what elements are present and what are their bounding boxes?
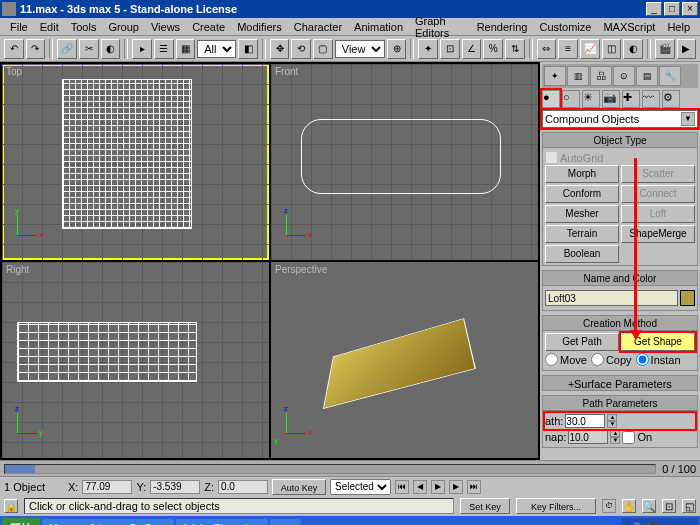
viewport-front[interactable]: Front xz bbox=[271, 64, 538, 260]
time-config-button[interactable]: ⏱ bbox=[602, 499, 616, 513]
unlink-button[interactable]: ✂ bbox=[79, 39, 99, 59]
loft-button[interactable]: Loft bbox=[621, 205, 695, 223]
schematic-view-button[interactable]: ◫ bbox=[602, 39, 622, 59]
menu-rendering[interactable]: Rendering bbox=[471, 21, 534, 33]
menu-character[interactable]: Character bbox=[288, 21, 348, 33]
menu-help[interactable]: Help bbox=[661, 21, 696, 33]
move-button[interactable]: ✥ bbox=[270, 39, 290, 59]
goto-start-button[interactable]: ⏮ bbox=[395, 480, 409, 494]
maximize-viewport-icon[interactable]: ◱ bbox=[682, 499, 696, 513]
menu-graph-editors[interactable]: Graph Editors bbox=[409, 15, 471, 39]
link-button[interactable]: 🔗 bbox=[57, 39, 77, 59]
zoom-icon[interactable]: 🔍 bbox=[642, 499, 656, 513]
ref-coord-dropdown[interactable]: View bbox=[335, 40, 385, 58]
connect-button[interactable]: Connect bbox=[621, 185, 695, 203]
conform-button[interactable]: Conform bbox=[545, 185, 619, 203]
auto-key-button[interactable]: Auto Key bbox=[272, 479, 326, 495]
menu-group[interactable]: Group bbox=[102, 21, 145, 33]
redo-button[interactable]: ↷ bbox=[26, 39, 46, 59]
menu-maxscript[interactable]: MAXScript bbox=[597, 21, 661, 33]
menu-modifiers[interactable]: Modifiers bbox=[231, 21, 288, 33]
time-slider-marker[interactable] bbox=[5, 465, 35, 473]
morph-button[interactable]: Morph bbox=[545, 165, 619, 183]
terrain-button[interactable]: Terrain bbox=[545, 225, 619, 243]
object-color-swatch[interactable] bbox=[680, 290, 695, 306]
systems-icon[interactable]: ⚙ bbox=[662, 90, 680, 108]
snap-toggle-button[interactable]: ⊡ bbox=[440, 39, 460, 59]
on-checkbox[interactable] bbox=[622, 431, 635, 444]
mirror-button[interactable]: ⇔ bbox=[537, 39, 557, 59]
select-by-name-button[interactable]: ☰ bbox=[154, 39, 174, 59]
snap-value-input[interactable] bbox=[568, 430, 608, 444]
geometry-icon[interactable]: ● bbox=[542, 90, 560, 108]
render-scene-button[interactable]: 🎬 bbox=[655, 39, 675, 59]
viewport-right[interactable]: Right yz bbox=[2, 262, 269, 458]
z-coord-input[interactable] bbox=[218, 480, 268, 494]
selection-region-button[interactable]: ▦ bbox=[176, 39, 196, 59]
object-type-rollout-title[interactable]: Object Type bbox=[542, 132, 698, 148]
helpers-icon[interactable]: ✚ bbox=[622, 90, 640, 108]
menu-edit[interactable]: Edit bbox=[34, 21, 65, 33]
pan-view-icon[interactable]: ✋ bbox=[622, 499, 636, 513]
key-filters-button[interactable]: Key Filters... bbox=[516, 498, 596, 514]
percent-snap-button[interactable]: % bbox=[483, 39, 503, 59]
taskbar-item[interactable]: 11.max - 3ds max 5 - Sta... bbox=[42, 519, 174, 526]
undo-button[interactable]: ↶ bbox=[4, 39, 24, 59]
select-button[interactable]: ▸ bbox=[132, 39, 152, 59]
start-button[interactable]: 开始 bbox=[2, 518, 40, 526]
motion-tab-icon[interactable]: ⊙ bbox=[613, 66, 635, 86]
move-radio[interactable] bbox=[545, 353, 558, 366]
viewport-perspective[interactable]: Perspective xzy bbox=[271, 262, 538, 458]
shapemerge-button[interactable]: ShapeMerge bbox=[621, 225, 695, 243]
material-editor-button[interactable]: ◐ bbox=[623, 39, 643, 59]
curve-editor-button[interactable]: 📈 bbox=[580, 39, 600, 59]
play-button[interactable]: ▶ bbox=[431, 480, 445, 494]
instance-radio[interactable] bbox=[636, 353, 649, 366]
display-tab-icon[interactable]: ▤ bbox=[636, 66, 658, 86]
goto-end-button[interactable]: ⏭ bbox=[467, 480, 481, 494]
modify-tab-icon[interactable]: ▥ bbox=[567, 66, 589, 86]
prev-frame-button[interactable]: ◀ bbox=[413, 480, 427, 494]
boolean-button[interactable]: Boolean bbox=[545, 245, 619, 263]
path-params-rollout-title[interactable]: Path Parameters bbox=[542, 395, 698, 411]
menu-animation[interactable]: Animation bbox=[348, 21, 409, 33]
crossing-selection-button[interactable]: ◧ bbox=[238, 39, 258, 59]
name-color-rollout-title[interactable]: Name and Color bbox=[542, 270, 698, 286]
next-frame-button[interactable]: ▶ bbox=[449, 480, 463, 494]
menu-tools[interactable]: Tools bbox=[65, 21, 103, 33]
maximize-button[interactable]: □ bbox=[664, 2, 680, 16]
close-button[interactable]: × bbox=[682, 2, 698, 16]
time-slider[interactable]: 0 / 100 bbox=[0, 460, 700, 476]
taskbar-item[interactable]: user bbox=[270, 519, 301, 526]
path-value-input[interactable] bbox=[565, 414, 605, 428]
hierarchy-tab-icon[interactable]: 品 bbox=[590, 66, 612, 86]
y-coord-input[interactable] bbox=[150, 480, 200, 494]
mesher-button[interactable]: Mesher bbox=[545, 205, 619, 223]
rotate-button[interactable]: ⟲ bbox=[291, 39, 311, 59]
spinner-snap-button[interactable]: ⇅ bbox=[505, 39, 525, 59]
quick-render-button[interactable]: ▶ bbox=[677, 39, 697, 59]
surface-params-rollout-title[interactable]: +Surface Parameters bbox=[542, 375, 698, 391]
menu-views[interactable]: Views bbox=[145, 21, 186, 33]
manipulate-button[interactable]: ✦ bbox=[418, 39, 438, 59]
shapes-icon[interactable]: ○ bbox=[562, 90, 580, 108]
copy-radio[interactable] bbox=[591, 353, 604, 366]
object-name-input[interactable] bbox=[545, 290, 678, 306]
snap-spinner[interactable]: ▲▼ bbox=[610, 430, 620, 444]
category-dropdown[interactable]: Compound Objects ▼ bbox=[542, 110, 698, 128]
cameras-icon[interactable]: 📷 bbox=[602, 90, 620, 108]
system-tray[interactable]: 🔊 ⬛ 14:30 bbox=[622, 518, 698, 526]
create-tab-icon[interactable]: ✦ bbox=[544, 66, 566, 86]
set-key-button[interactable]: Set Key bbox=[460, 498, 510, 514]
pivot-center-button[interactable]: ⊕ bbox=[387, 39, 407, 59]
utilities-tab-icon[interactable]: 🔧 bbox=[659, 66, 681, 86]
path-spinner[interactable]: ▲▼ bbox=[607, 414, 617, 428]
viewport-top[interactable]: Top xy bbox=[2, 64, 269, 260]
minimize-button[interactable]: _ bbox=[646, 2, 662, 16]
menu-create[interactable]: Create bbox=[186, 21, 231, 33]
key-mode-dropdown[interactable]: Selected bbox=[330, 479, 391, 495]
spacewarps-icon[interactable]: 〰 bbox=[642, 90, 660, 108]
menu-customize[interactable]: Customize bbox=[533, 21, 597, 33]
scale-button[interactable]: ▢ bbox=[313, 39, 333, 59]
lock-selection-icon[interactable]: 🔒 bbox=[4, 499, 18, 513]
